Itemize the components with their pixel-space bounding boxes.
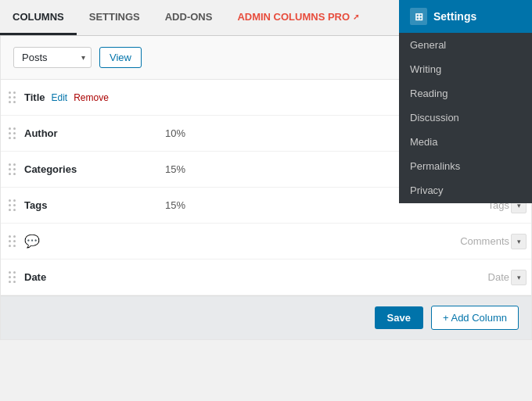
drag-handle-author[interactable] [1, 127, 24, 140]
settings-menu: General Writing Reading Discussion Media… [399, 33, 532, 227]
tab-columns-label: COLUMNS [13, 11, 64, 23]
settings-menu-general[interactable]: General [399, 33, 532, 57]
tab-columns[interactable]: COLUMNS [0, 0, 77, 35]
type-dropdown-date[interactable]: ▾ [511, 270, 527, 285]
column-name-date: Date [24, 271, 165, 283]
column-name-comments: 💬 [24, 234, 165, 249]
drag-dots-icon [9, 199, 16, 212]
remove-link-title[interactable]: Remove [74, 92, 109, 103]
tab-admin-pro-label: ADMIN COLUMNS PRO [237, 11, 350, 23]
drag-dots-icon [9, 163, 16, 176]
settings-panel: ⊞ Settings General Writing Reading Discu… [399, 0, 532, 203]
settings-panel-header: ⊞ Settings [399, 0, 532, 33]
drag-dots-icon [9, 91, 16, 104]
settings-panel-title: Settings [433, 10, 476, 23]
settings-menu-privacy[interactable]: Privacy [399, 178, 532, 202]
column-width-tags: 15% [165, 199, 212, 211]
tab-settings[interactable]: SETTINGS [77, 0, 153, 35]
column-name-author: Author [24, 127, 165, 139]
type-dropdown-comments[interactable]: ▾ [511, 234, 527, 249]
settings-menu-permalinks[interactable]: Permalinks [399, 154, 532, 178]
drag-dots-icon [9, 127, 16, 140]
column-width-author: 10% [165, 127, 212, 139]
view-button[interactable]: View [99, 47, 142, 68]
drag-handle-date[interactable] [1, 271, 24, 284]
type-combo-comments: Comments ▾ [453, 234, 531, 249]
drag-handle-comments[interactable] [1, 235, 24, 248]
type-combo-date: Date ▾ [453, 270, 531, 285]
post-type-select-wrapper: Posts Pages Media ▾ [13, 47, 92, 68]
settings-menu-discussion[interactable]: Discussion [399, 106, 532, 130]
drag-dots-icon [9, 235, 16, 248]
column-name-categories: Categories [24, 163, 165, 175]
drag-handle-title[interactable] [1, 91, 24, 104]
post-type-select[interactable]: Posts Pages Media [13, 47, 92, 68]
settings-menu-media[interactable]: Media [399, 130, 532, 154]
tab-addons-label: ADD-ONS [165, 11, 213, 23]
edit-link-title[interactable]: Edit [52, 92, 68, 103]
column-name-tags: Tags [24, 199, 165, 211]
external-link-icon: ➚ [353, 13, 359, 21]
tab-addons[interactable]: ADD-ONS [153, 0, 225, 35]
save-button[interactable]: Save [375, 306, 423, 329]
type-label-date: Date [488, 271, 509, 283]
column-width-categories: 15% [165, 163, 212, 175]
table-row: Date Date ▾ [1, 260, 531, 295]
drag-handle-tags[interactable] [1, 199, 24, 212]
table-row: 💬 Comments ▾ [1, 224, 531, 260]
footer-bar: Save + Add Column [1, 295, 531, 339]
settings-menu-admin-columns[interactable]: Admin Columns [399, 202, 532, 227]
drag-handle-categories[interactable] [1, 163, 24, 176]
add-column-button[interactable]: + Add Column [431, 306, 519, 330]
type-label-comments: Comments [460, 235, 509, 247]
settings-icon: ⊞ [410, 8, 427, 25]
settings-menu-writing[interactable]: Writing [399, 57, 532, 81]
drag-dots-icon [9, 271, 16, 284]
comment-icon: 💬 [24, 234, 40, 249]
column-name-title: Title Edit Remove [24, 91, 165, 103]
tab-admin-pro[interactable]: ADMIN COLUMNS PRO ➚ [225, 0, 372, 35]
tab-settings-label: SETTINGS [89, 11, 140, 23]
settings-menu-reading[interactable]: Reading [399, 81, 532, 106]
